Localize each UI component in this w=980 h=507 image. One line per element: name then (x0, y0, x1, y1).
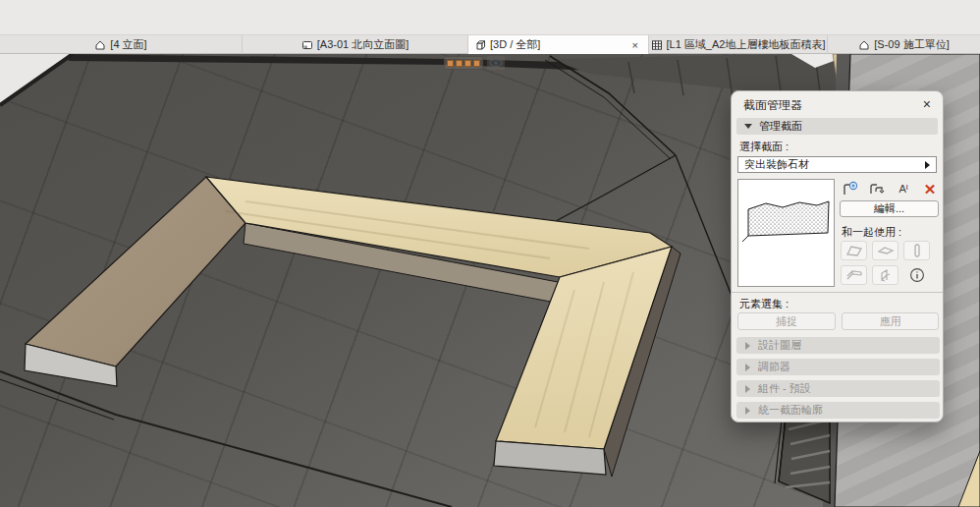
profile-preview (737, 179, 835, 287)
curb-line-b (556, 155, 676, 221)
chevron-right-icon (925, 161, 930, 169)
chevron-right-icon (745, 342, 750, 350)
tab-label: [A3-01 北向立面圖] (317, 37, 409, 52)
tab-label: [L1 區域_A2地上層樓地板面積表] (667, 37, 826, 52)
eye-icon[interactable] (487, 56, 505, 70)
capture-button[interactable]: 捕捉 (737, 312, 836, 330)
hotspot-dot[interactable] (447, 60, 454, 67)
worksheet-house-icon (858, 39, 870, 51)
rename-profile-icon[interactable]: Aᴵ (893, 180, 914, 197)
section-modifiers[interactable]: 調節器 (736, 359, 940, 375)
delete-profile-icon[interactable]: ✕ (919, 180, 941, 197)
tab-label: [3D / 全部] (490, 37, 540, 52)
duplicate-profile-icon[interactable] (866, 180, 888, 197)
layout-sheet-icon (301, 39, 313, 51)
slab-icon[interactable] (872, 241, 898, 260)
manage-section-label: 管理截面 (759, 119, 802, 134)
tab-label: [S-09 施工單位] (874, 37, 949, 52)
info-icon[interactable] (903, 265, 930, 285)
profile-drawing (748, 201, 829, 236)
section-components-default[interactable]: 組件 - 預設 (736, 380, 940, 397)
view-tab-bar: [4 立面] [A3-01 北向立面圖] [3D / 全部] × [L1 區域_… (0, 35, 980, 54)
window-top-strip (0, 0, 980, 35)
front-curb-line-2 (0, 379, 114, 420)
section-unified-profile[interactable]: 統一截面輪廓 (736, 402, 940, 419)
hotspot-dot[interactable] (464, 60, 471, 67)
element-selection-label: 元素選集 : (739, 297, 789, 311)
profile-dropdown[interactable]: 突出裝飾石材 (737, 156, 937, 173)
tab-schedule-l1[interactable]: [L1 區域_A2地上層樓地板面積表] (649, 35, 828, 54)
schedule-grid-icon (651, 39, 663, 51)
chevron-right-icon (745, 385, 750, 393)
chevron-right-icon (745, 364, 750, 371)
hotspot-dot[interactable] (473, 60, 480, 67)
tab-3d-all[interactable]: [3D / 全部] × (468, 35, 649, 54)
hotspot-dot[interactable] (456, 60, 463, 67)
select-section-label: 選擇截面 : (739, 140, 789, 154)
use-with-grid (841, 241, 939, 290)
wall-icon[interactable] (841, 241, 867, 260)
section-design-layers[interactable]: 設計圖層 (736, 337, 940, 354)
manage-section-header[interactable]: 管理截面 (736, 118, 938, 135)
beam-icon[interactable] (841, 265, 867, 285)
elevation-house-icon (94, 39, 106, 51)
new-profile-icon[interactable] (840, 180, 861, 197)
apply-button[interactable]: 應用 (842, 312, 939, 330)
front-curb-line (0, 371, 452, 507)
column-icon[interactable] (903, 241, 930, 260)
morph-icon[interactable] (872, 265, 898, 285)
bench-left-arm-top[interactable] (26, 177, 245, 366)
chevron-down-icon (744, 124, 752, 129)
tab-label: [4 立面] (110, 37, 146, 52)
profile-tick (742, 236, 748, 242)
panel-close-icon[interactable]: × (919, 94, 935, 114)
chevron-right-icon (745, 407, 750, 415)
tab-layout-a3-01[interactable]: [A3-01 北向立面圖] (243, 35, 468, 54)
selection-mini-toolbar[interactable] (444, 56, 483, 70)
panel-title: 截面管理器 (743, 97, 802, 114)
edit-button[interactable]: 編輯... (840, 200, 939, 217)
tab-elevation-4[interactable]: [4 立面] (0, 35, 243, 54)
tab-close-icon[interactable]: × (628, 39, 642, 51)
tab-worksheet-s09[interactable]: [S-09 施工單位] (828, 35, 980, 54)
profile-tool-row: Aᴵ ✕ (840, 180, 941, 197)
panel-divider (732, 292, 943, 293)
3d-box-icon (474, 39, 486, 51)
profile-dropdown-value: 突出裝飾石材 (744, 157, 809, 172)
section-manager-panel: 截面管理器 × 管理截面 選擇截面 : 突出裝飾石材 Aᴵ (731, 90, 944, 422)
use-with-label: 和一起使用 : (842, 225, 901, 240)
